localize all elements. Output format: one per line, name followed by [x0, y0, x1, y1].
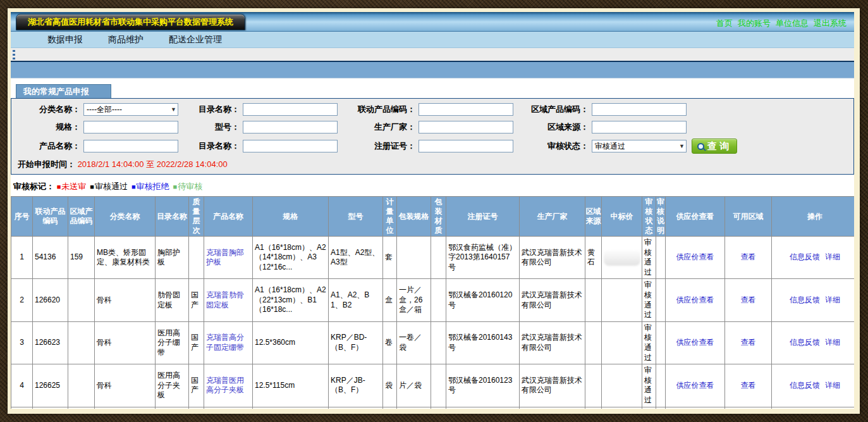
field-input-4[interactable] [83, 121, 178, 133]
product-name-link[interactable]: 克瑞普胸部护板 [206, 248, 244, 267]
cell-product: 克瑞普胸部护板 [204, 237, 253, 279]
cell-quality: 国产 [189, 364, 204, 407]
cell-unit: 套 [383, 237, 397, 279]
cell-reg_no: 鄂汉食药监械（准）字2013第1640157号 [446, 237, 520, 279]
search-button[interactable]: 查 询 [692, 139, 737, 154]
select-value: 审核通过 [595, 141, 625, 152]
supply-price-link[interactable]: 供应价查看 [676, 381, 714, 390]
cell-audit_note [656, 321, 666, 364]
field-input-7[interactable] [592, 121, 687, 133]
cell-reg_no: 鄂汉械备20160121 [446, 407, 520, 409]
cell-link_code: 126625 [33, 364, 68, 407]
col-header-model: 型号 [329, 197, 383, 237]
cell-audit_status: 审核通过 [642, 237, 656, 279]
top-link-0[interactable]: 首页 [716, 18, 733, 28]
cell-unit: 卷 [383, 321, 397, 364]
detail-link[interactable]: 详细 [825, 338, 840, 347]
col-header-quality: 质量层次 [189, 197, 204, 237]
cell-supply_price: 供应价查看 [666, 279, 725, 321]
declare-period-label: 开始申报时间： [18, 159, 75, 169]
collapse-strip [11, 48, 854, 62]
field-input-3[interactable] [592, 103, 687, 116]
available-region-link[interactable]: 查看 [741, 381, 756, 390]
feedback-link[interactable]: 信息反馈 [790, 295, 820, 304]
cell-region_code: 159 [68, 237, 95, 279]
cell-available_region: 查看 [725, 237, 772, 279]
cell-supply_price: 供应价查看 [666, 237, 725, 279]
field-label-8: 产品名称： [14, 140, 83, 152]
field-select-11[interactable]: 审核通过▼ [592, 140, 687, 152]
col-header-bid_price: 中标价 [602, 197, 642, 237]
field-input-6[interactable] [419, 121, 513, 133]
field-input-2[interactable] [419, 103, 513, 116]
field-input-1[interactable] [243, 103, 338, 116]
cell-spec: 12.5*360cm [253, 321, 329, 364]
col-header-ops: 操作 [772, 197, 855, 237]
top-link-1[interactable]: 我的账号 [738, 18, 771, 28]
cell-catalog: 肋骨固定板 [156, 279, 189, 321]
field-input-10[interactable] [419, 140, 513, 152]
page-frame: 湖北省高值医用耗材省市联动集中采购平台数据管理系统 首页我的账号单位信息退出系统… [8, 8, 860, 414]
top-link-2[interactable]: 单位信息 [776, 18, 809, 28]
cell-region_code [68, 321, 95, 364]
field-input-8[interactable] [83, 140, 178, 152]
field-label-3: 区域产品编码： [521, 104, 592, 115]
product-name-link[interactable]: 克瑞普高分子固定绷带 [206, 333, 244, 352]
available-region-link[interactable]: 查看 [741, 295, 756, 304]
cell-model: A类、B类、C [329, 407, 383, 409]
cell-unit: 盒 [383, 279, 397, 321]
cell-region_source: 黄石 [585, 237, 602, 279]
tab-my-regular-product-declare[interactable]: 我的常规产品申报 [16, 84, 111, 98]
field-label-2: 联动产品编码： [344, 104, 419, 115]
cell-pack_material [431, 364, 446, 407]
cell-pack_material [431, 321, 446, 364]
field-label-1: 目录名称： [185, 104, 243, 115]
cell-product: 克瑞普医用高分子夹板 [204, 364, 253, 407]
detail-link[interactable]: 详细 [825, 295, 840, 304]
cell-quality: 国产 [189, 321, 204, 364]
menu-item-1[interactable]: 商品维护 [108, 34, 144, 46]
chevron-down-icon: ▼ [171, 106, 176, 113]
supply-price-link[interactable]: 供应价查看 [676, 295, 714, 304]
product-name-link[interactable]: 克瑞普肋骨固定板 [206, 290, 244, 309]
cell-product: 克瑞普弹力 [204, 407, 253, 409]
col-header-unit: 计量单位 [383, 197, 397, 237]
cell-reg_no: 鄂汉械备20160143号 [446, 321, 520, 364]
product-name-link[interactable]: 克瑞普医用高分子夹板 [206, 376, 244, 395]
cell-pack_spec: 片／袋 [397, 364, 431, 407]
cell-ops: 信息反馈详细 [772, 321, 855, 364]
menu-item-0[interactable]: 数据申报 [47, 34, 83, 46]
cell-product: 克瑞普高分子固定绷带 [204, 321, 253, 364]
cell-spec: 12.5*115cm [253, 364, 329, 407]
cell-bid_price [602, 364, 642, 407]
field-label-11: 审核状态： [521, 140, 592, 152]
available-region-link[interactable]: 查看 [741, 252, 756, 261]
detail-link[interactable]: 详细 [825, 381, 840, 390]
cell-pack_spec: 一片／盒，26盒／箱 [397, 279, 431, 321]
cell-manufacturer: 武汉克瑞普新 [520, 407, 585, 409]
feedback-link[interactable]: 信息反馈 [790, 381, 820, 390]
col-header-seq: 序号 [11, 197, 33, 237]
menu-item-2[interactable]: 配送企业管理 [169, 34, 222, 46]
col-header-audit_status: 审核状态 [642, 197, 656, 237]
supply-price-link[interactable]: 供应价查看 [676, 252, 714, 261]
detail-link[interactable]: 详细 [825, 252, 840, 261]
field-input-9[interactable] [243, 140, 338, 152]
field-select-0[interactable]: ----全部----▼ [83, 103, 178, 116]
legend-item-label: 审核通过 [95, 182, 128, 191]
available-region-link[interactable]: 查看 [741, 338, 756, 347]
field-input-5[interactable] [243, 121, 338, 133]
cell-bid_price [602, 407, 642, 409]
table-row: 2126620骨科肋骨固定板国产克瑞普肋骨固定板A1（16*18cm）、A2（2… [11, 279, 855, 321]
cell-catalog: 胸部护板 [156, 237, 189, 279]
top-link-3[interactable]: 退出系统 [814, 18, 847, 28]
col-header-region_code: 区域产品编码 [68, 197, 95, 237]
cell-audit_note [656, 364, 666, 407]
cell-supply_price: 供应价查看 [666, 364, 725, 407]
grip-handle-icon[interactable] [13, 50, 15, 59]
cell-region_source [585, 407, 602, 409]
feedback-link[interactable]: 信息反馈 [790, 338, 820, 347]
feedback-link[interactable]: 信息反馈 [790, 252, 820, 261]
supply-price-link[interactable]: 供应价查看 [676, 338, 714, 347]
cell-ops: 信息反馈详细 [772, 237, 855, 279]
